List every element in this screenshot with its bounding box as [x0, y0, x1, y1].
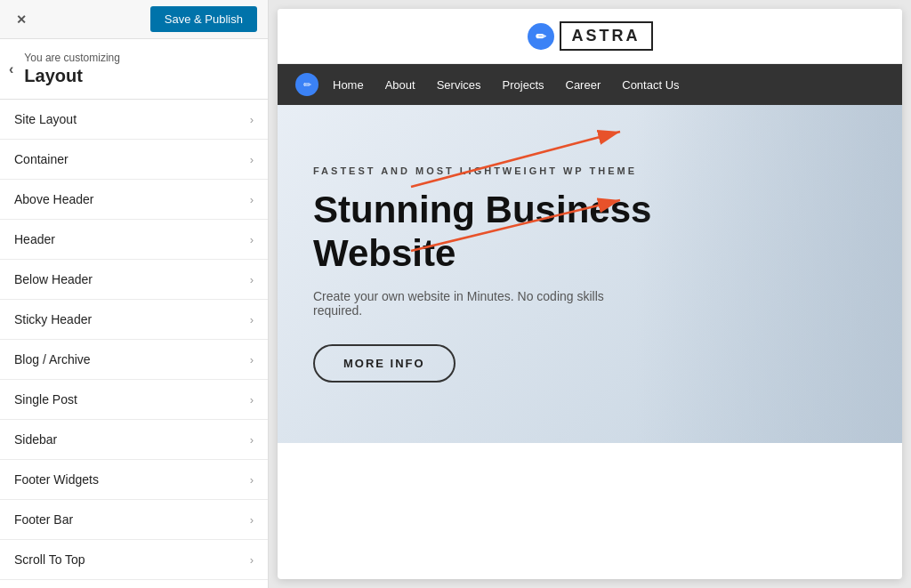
menu-item-label: Footer Bar	[14, 512, 73, 527]
nav-link-contact[interactable]: Contact Us	[622, 78, 679, 92]
menu-item-single-post[interactable]: Single Post ›	[0, 380, 268, 420]
chevron-right-icon: ›	[250, 113, 254, 126]
menu-item-label: Sidebar	[14, 432, 57, 447]
chevron-right-icon: ›	[250, 433, 254, 447]
save-publish-button[interactable]: Save & Publish	[150, 6, 257, 32]
hero-section: FASTEST AND MOST LIGHTWEIGHT WP THEME St…	[278, 105, 902, 443]
panel-title-group: You are customizing Layout	[24, 52, 120, 86]
menu-item-footer-bar[interactable]: Footer Bar ›	[0, 500, 268, 540]
more-info-button[interactable]: MORE INFO	[313, 344, 456, 383]
chevron-right-icon: ›	[250, 393, 254, 407]
menu-item-label: Above Header	[14, 192, 94, 206]
hero-background-image	[635, 105, 902, 443]
chevron-right-icon: ›	[250, 553, 254, 567]
nav-link-services[interactable]: Services	[437, 78, 481, 92]
panel-subtitle: You are customizing	[24, 52, 120, 64]
menu-list: Site Layout › Container › Above Header ›…	[0, 100, 268, 588]
menu-item-label: Blog / Archive	[14, 352, 91, 366]
menu-item-above-header[interactable]: Above Header ›	[0, 180, 268, 220]
site-logo-bar: ✏ ASTRA	[278, 9, 902, 64]
astra-logo-icon: ✏	[528, 23, 554, 50]
nav-links: Home About Services Projects Career Cont…	[333, 78, 680, 92]
menu-item-site-layout[interactable]: Site Layout ›	[0, 100, 268, 140]
panel-title: Layout	[24, 66, 120, 86]
chevron-right-icon: ›	[250, 513, 254, 527]
nav-link-about[interactable]: About	[385, 78, 415, 92]
chevron-right-icon: ›	[250, 313, 254, 326]
chevron-right-icon: ›	[250, 233, 254, 246]
menu-item-label: Site Layout	[14, 112, 77, 126]
hero-subtext: Create your own website in Minutes. No c…	[313, 289, 651, 318]
nav-link-career[interactable]: Career	[566, 78, 601, 92]
close-button[interactable]: ✕	[11, 9, 32, 30]
menu-item-below-header[interactable]: Below Header ›	[0, 260, 268, 300]
menu-item-label: Scroll To Top	[14, 552, 85, 567]
hero-headline: Stunning Business Website	[313, 189, 687, 275]
menu-item-header[interactable]: Header ›	[0, 220, 268, 260]
browser-frame: ✏ ASTRA ✏ Home About Services Projects C…	[278, 9, 902, 579]
nav-link-home[interactable]: Home	[333, 78, 364, 92]
preview-area: ✏ ASTRA ✏ Home About Services Projects C…	[269, 0, 911, 588]
menu-item-container[interactable]: Container ›	[0, 140, 268, 180]
panel-heading: ‹ You are customizing Layout	[0, 39, 268, 100]
menu-item-label: Sticky Header	[14, 312, 92, 326]
nav-bar: ✏ Home About Services Projects Career Co…	[278, 64, 902, 105]
chevron-right-icon: ›	[250, 273, 254, 286]
menu-item-sidebar[interactable]: Sidebar ›	[0, 420, 268, 460]
app-container: ✕ Save & Publish ‹ You are customizing L…	[0, 0, 911, 588]
nav-logo-icon: ✏	[295, 73, 318, 96]
back-arrow-icon[interactable]: ‹	[9, 61, 13, 77]
menu-item-scroll-to-top[interactable]: Scroll To Top ›	[0, 540, 268, 580]
chevron-right-icon: ›	[250, 153, 254, 166]
panel-topbar: ✕ Save & Publish	[0, 0, 268, 39]
menu-item-label: Below Header	[14, 272, 93, 286]
menu-item-label: Container	[14, 152, 69, 166]
chevron-right-icon: ›	[250, 353, 254, 366]
menu-item-blog-archive[interactable]: Blog / Archive ›	[0, 340, 268, 380]
chevron-right-icon: ›	[250, 473, 254, 487]
menu-item-footer-widgets[interactable]: Footer Widgets ›	[0, 460, 268, 500]
nav-link-projects[interactable]: Projects	[503, 78, 544, 92]
astra-logo: ✏ ASTRA	[528, 21, 653, 51]
menu-item-sticky-header[interactable]: Sticky Header ›	[0, 300, 268, 340]
menu-item-label: Single Post	[14, 392, 77, 407]
menu-item-label: Footer Widgets	[14, 472, 99, 487]
chevron-right-icon: ›	[250, 193, 254, 206]
astra-logo-text: ASTRA	[560, 21, 653, 51]
left-panel: ✕ Save & Publish ‹ You are customizing L…	[0, 0, 269, 588]
menu-item-label: Header	[14, 232, 55, 246]
